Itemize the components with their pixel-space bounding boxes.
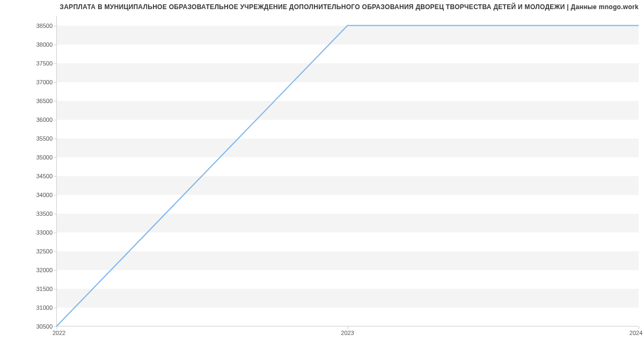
- y-axis-tick-label: 37500: [36, 60, 53, 67]
- y-axis-tick-label: 32500: [36, 248, 53, 255]
- x-axis-tick: [56, 326, 57, 329]
- x-axis-tick: [348, 326, 348, 329]
- x-axis-tick-label: 2022: [53, 330, 65, 336]
- y-axis-tick-label: 34500: [36, 173, 53, 179]
- y-axis-tick-label: 36000: [36, 117, 53, 123]
- chart-title: ЗАРПЛАТА В МУНИЦИПАЛЬНОЕ ОБРАЗОВАТЕЛЬНОЕ…: [60, 3, 639, 11]
- y-axis-tick-label: 30500: [36, 323, 53, 330]
- y-axis-tick-label: 34000: [36, 192, 53, 198]
- y-axis-tick-label: 36500: [36, 98, 53, 104]
- x-axis-tick: [639, 326, 639, 329]
- y-axis-tick-label: 38500: [36, 23, 53, 29]
- y-axis-tick-label: 37000: [36, 79, 53, 85]
- y-axis-tick-label: 35500: [36, 135, 53, 142]
- y-axis-tick-label: 33500: [36, 210, 53, 217]
- x-axis-tick-label: 2023: [341, 330, 354, 336]
- y-axis-tick-label: 31000: [36, 304, 53, 311]
- y-axis-tick-label: 32000: [36, 267, 53, 273]
- y-axis-tick-label: 31500: [36, 286, 53, 292]
- y-axis-tick-label: 33000: [36, 229, 53, 236]
- y-axis-tick-label: 35000: [36, 154, 53, 161]
- y-axis-tick-label: 38000: [36, 41, 53, 48]
- x-axis-tick-label: 2024: [630, 330, 642, 336]
- chart-plot-area: [56, 16, 639, 326]
- chart-line-series: [56, 16, 639, 326]
